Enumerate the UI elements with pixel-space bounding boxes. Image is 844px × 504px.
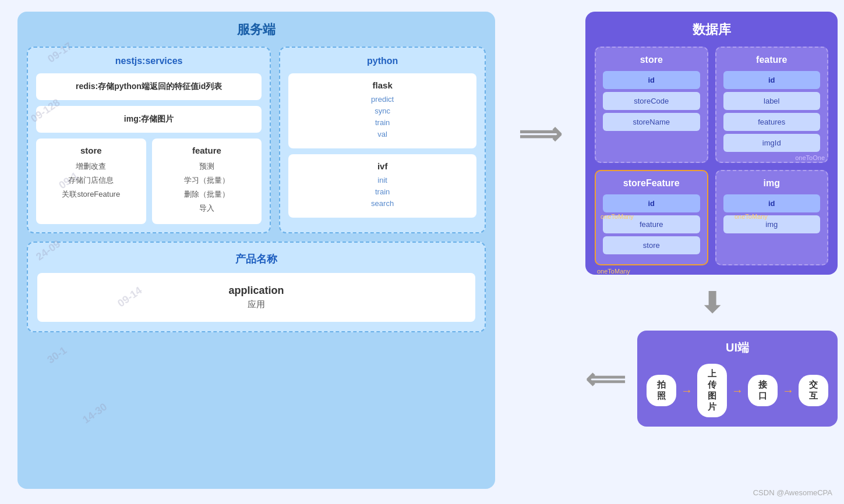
feature-item-3: 导入 xyxy=(159,203,255,214)
store-field-id: id xyxy=(603,71,700,89)
down-arrow: ⬇ xyxy=(700,286,723,319)
db-grid-container: store id storeCode storeName feature id … xyxy=(595,47,828,265)
feature-box-title: feature xyxy=(159,145,255,155)
feature-box: feature 预测 学习（批量） 删除（批量） 导入 xyxy=(152,139,262,224)
ivf-box: ivf init train search xyxy=(288,154,476,218)
feature-field-label: label xyxy=(723,92,821,110)
left-arrow: ⟸ xyxy=(585,363,626,395)
relation-onetomany-1: oneToMany xyxy=(601,213,634,220)
server-panel: 服务端 nestjs:services redis:存储python端返回的特征… xyxy=(17,12,495,489)
server-top-section: nestjs:services redis:存储python端返回的特征值id列… xyxy=(27,47,486,233)
server-title: 服务端 xyxy=(27,21,486,38)
product-title: 产品名称 xyxy=(37,252,475,266)
redis-box: redis:存储python端返回的特征值id列表 xyxy=(36,73,262,100)
db-grid: store id storeCode storeName feature id … xyxy=(595,47,828,265)
db-panel: 数据库 store id storeCode storeName feature… xyxy=(585,12,838,275)
ivf-item-0: init xyxy=(295,176,469,184)
store-field-storecode: storeCode xyxy=(603,92,700,110)
img-table: img id img xyxy=(715,170,829,265)
flask-item-1: sync xyxy=(295,107,469,115)
ui-row: ⟸ UI端 拍照 → 上传图片 → 接口 → 交互 xyxy=(585,331,838,427)
storefeature-field-id: id xyxy=(603,194,700,212)
relation-onetomany-2: oneToMany xyxy=(734,213,768,220)
store-table-title: store xyxy=(603,55,700,65)
ui-step-2: 接口 xyxy=(748,375,778,406)
ivf-title: ivf xyxy=(295,161,469,171)
flask-title: flask xyxy=(295,80,469,90)
csdn-label: CSDN @AwesomeCPA xyxy=(753,488,832,497)
product-sub: 应用 xyxy=(49,299,464,310)
flask-item-2: train xyxy=(295,118,469,127)
store-item-1: 存储门店信息 xyxy=(43,175,139,186)
ui-title: UI端 xyxy=(647,340,828,356)
python-title: python xyxy=(288,56,476,66)
right-side: 数据库 store id storeCode storeName feature… xyxy=(585,12,838,427)
feature-item-2: 删除（批量） xyxy=(159,189,255,200)
middle-arrow-container: ⟹ xyxy=(518,12,562,151)
feature-table-title: feature xyxy=(723,55,821,65)
feature-field-features: features xyxy=(723,113,821,131)
img-field-id: id xyxy=(723,194,821,212)
store-field-storename: storeName xyxy=(603,113,700,131)
right-arrow: ⟹ xyxy=(518,116,562,151)
feature-item-0: 预测 xyxy=(159,161,255,172)
ivf-item-2: search xyxy=(295,199,469,208)
ui-step-1: 上传图片 xyxy=(697,364,727,417)
ui-arrow-2: → xyxy=(782,384,794,397)
storefeature-table-title: storeFeature xyxy=(603,178,700,189)
nestjs-title: nestjs:services xyxy=(36,56,262,66)
store-feature-row: store 增删改查 存储门店信息 关联storeFeature feature… xyxy=(36,139,262,224)
store-table: store id storeCode storeName xyxy=(595,47,708,163)
feature-table: feature id label features imgId xyxy=(715,47,829,163)
relation-onetoone: oneToOne xyxy=(795,154,825,161)
feature-field-id: id xyxy=(723,71,821,89)
storefeature-field-store: store xyxy=(603,236,700,254)
ui-panel: UI端 拍照 → 上传图片 → 接口 → 交互 xyxy=(637,331,838,427)
store-box: store 增删改查 存储门店信息 关联storeFeature xyxy=(36,139,146,224)
ui-arrow-1: → xyxy=(732,384,743,397)
python-box: python flask predict sync train val ivf … xyxy=(279,47,486,233)
img-table-title: img xyxy=(723,178,821,189)
ui-step-3: 交互 xyxy=(799,375,828,406)
down-arrow-container: ⬇ xyxy=(585,286,838,319)
store-item-2: 关联storeFeature xyxy=(43,189,139,200)
flask-box: flask predict sync train val xyxy=(288,73,476,148)
img-box: img:存储图片 xyxy=(36,106,262,133)
flask-item-0: predict xyxy=(295,95,469,104)
product-content: application 应用 xyxy=(37,273,475,322)
ui-step-0: 拍照 xyxy=(647,375,676,406)
nestjs-box: nestjs:services redis:存储python端返回的特征值id列… xyxy=(27,47,271,233)
ivf-item-1: train xyxy=(295,187,469,196)
ui-flow: 拍照 → 上传图片 → 接口 → 交互 xyxy=(647,364,828,417)
flask-item-3: val xyxy=(295,130,469,139)
store-box-title: store xyxy=(43,145,139,155)
feature-field-imgid: imgId xyxy=(723,134,821,152)
db-title: 数据库 xyxy=(595,21,828,38)
product-app: application xyxy=(49,285,464,297)
store-item-0: 增删改查 xyxy=(43,161,139,172)
feature-item-1: 学习（批量） xyxy=(159,175,255,186)
ui-arrow-0: → xyxy=(681,384,693,397)
product-box: 产品名称 application 应用 xyxy=(27,242,486,332)
one-to-many-label-left: oneToMany xyxy=(597,268,630,275)
main-container: 服务端 nestjs:services redis:存储python端返回的特征… xyxy=(0,0,844,504)
